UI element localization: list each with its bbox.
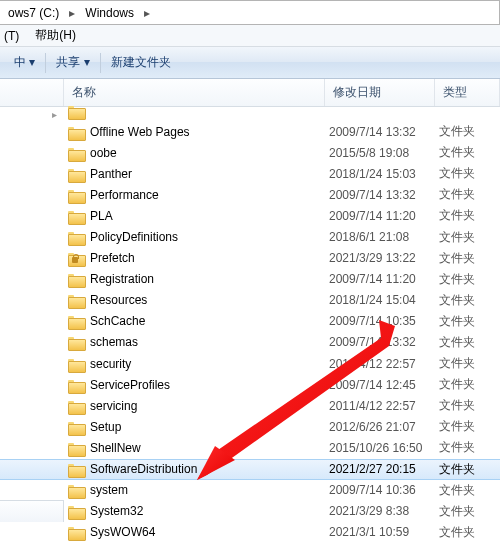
folder-row[interactable]: Registration2009/7/14 11:20文件夹 xyxy=(0,269,500,290)
menu-help[interactable]: 帮助(H) xyxy=(35,27,76,44)
tree-expand-icon[interactable]: ▸ xyxy=(48,109,60,120)
date-modified: 2009/7/14 10:36 xyxy=(325,483,435,497)
folder-name-cell[interactable]: ServiceProfiles xyxy=(64,378,325,392)
folder-row[interactable]: oobe2015/5/8 19:08文件夹 xyxy=(0,142,500,163)
include-in-library-button[interactable]: 中 ▾ xyxy=(6,50,43,75)
column-headers: 名称 修改日期 类型 xyxy=(0,79,500,107)
date-modified: 2021/3/29 13:22 xyxy=(325,251,435,265)
folder-name-cell[interactable]: ShellNew xyxy=(64,441,325,455)
folder-row[interactable]: PLA2009/7/14 11:20文件夹 xyxy=(0,205,500,226)
folder-row[interactable]: Offline Web Pages2009/7/14 13:32文件夹 xyxy=(0,121,500,142)
folder-row[interactable]: ShellNew2015/10/26 16:50文件夹 xyxy=(0,437,500,458)
folder-icon xyxy=(68,125,84,139)
column-name[interactable]: 名称 xyxy=(64,79,325,106)
date-modified: 2009/7/14 10:35 xyxy=(325,314,435,328)
folder-row[interactable]: PolicyDefinitions2018/6/1 21:08文件夹 xyxy=(0,226,500,247)
item-type: 文件夹 xyxy=(435,271,500,288)
folder-name-cell[interactable]: Prefetch xyxy=(64,251,325,265)
chevron-right-icon[interactable]: ▸ xyxy=(65,4,79,22)
item-type: 文件夹 xyxy=(435,503,500,520)
item-type: 文件夹 xyxy=(435,229,500,246)
folder-row[interactable]: ▸ xyxy=(0,107,500,121)
folder-row[interactable]: Performance2009/7/14 13:32文件夹 xyxy=(0,184,500,205)
folder-name-cell[interactable]: PolicyDefinitions xyxy=(64,230,325,244)
folder-name: ShellNew xyxy=(90,441,141,455)
date-modified: 2015/10/26 16:50 xyxy=(325,441,435,455)
folder-icon xyxy=(68,483,84,497)
folder-row[interactable]: Prefetch2021/3/29 13:22文件夹 xyxy=(0,248,500,269)
date-modified: 2009/7/14 13:32 xyxy=(325,335,435,349)
folder-name: Performance xyxy=(90,188,159,202)
folder-name-cell[interactable]: Offline Web Pages xyxy=(64,125,325,139)
folder-name: system xyxy=(90,483,128,497)
item-type: 文件夹 xyxy=(435,355,500,372)
folder-name-cell[interactable]: security xyxy=(64,357,325,371)
folder-name: Offline Web Pages xyxy=(90,125,190,139)
folder-row[interactable]: Resources2018/1/24 15:04文件夹 xyxy=(0,290,500,311)
folder-locked-icon xyxy=(68,251,84,265)
folder-name: ServiceProfiles xyxy=(90,378,170,392)
item-type: 文件夹 xyxy=(435,186,500,203)
date-modified: 2009/7/14 12:45 xyxy=(325,378,435,392)
date-modified: 2018/1/24 15:04 xyxy=(325,293,435,307)
folder-name-cell[interactable]: schemas xyxy=(64,335,325,349)
folder-name-cell[interactable]: system xyxy=(64,483,325,497)
folder-name: schemas xyxy=(90,335,138,349)
folder-row[interactable]: security2011/4/12 22:57文件夹 xyxy=(0,353,500,374)
breadcrumb[interactable]: ows7 (C:) ▸ Windows ▸ xyxy=(0,0,500,25)
folder-row-selected[interactable]: SoftwareDistribution2021/2/27 20:15文件夹 xyxy=(0,459,500,480)
separator xyxy=(45,53,46,73)
folder-name-cell[interactable]: System32 xyxy=(64,504,325,518)
breadcrumb-seg-windows[interactable]: Windows xyxy=(79,4,140,22)
tree-panel-edge xyxy=(0,500,64,522)
folder-icon xyxy=(68,504,84,518)
column-date[interactable]: 修改日期 xyxy=(325,79,435,106)
chevron-right-icon[interactable]: ▸ xyxy=(140,4,154,22)
folder-name: Panther xyxy=(90,167,132,181)
share-button[interactable]: 共享 ▾ xyxy=(48,50,97,75)
folder-name: PLA xyxy=(90,209,113,223)
folder-name-cell[interactable]: oobe xyxy=(64,146,325,160)
folder-row[interactable]: schemas2009/7/14 13:32文件夹 xyxy=(0,332,500,353)
folder-icon xyxy=(68,335,84,349)
date-modified: 2009/7/14 13:32 xyxy=(325,188,435,202)
folder-name-cell[interactable]: SoftwareDistribution xyxy=(64,462,325,476)
folder-row[interactable]: ServiceProfiles2009/7/14 12:45文件夹 xyxy=(0,374,500,395)
folder-name-cell[interactable]: Registration xyxy=(64,272,325,286)
folder-row[interactable]: Panther2018/1/24 15:03文件夹 xyxy=(0,163,500,184)
file-list: ▸Offline Web Pages2009/7/14 13:32文件夹oobe… xyxy=(0,107,500,543)
folder-name-cell[interactable] xyxy=(64,110,325,118)
folder-name-cell[interactable]: servicing xyxy=(64,399,325,413)
folder-icon xyxy=(68,293,84,307)
folder-row[interactable]: SchCache2009/7/14 10:35文件夹 xyxy=(0,311,500,332)
column-type[interactable]: 类型 xyxy=(435,79,500,106)
folder-name-cell[interactable]: Resources xyxy=(64,293,325,307)
folder-name: Prefetch xyxy=(90,251,135,265)
folder-name-cell[interactable]: PLA xyxy=(64,209,325,223)
date-modified: 2011/4/12 22:57 xyxy=(325,357,435,371)
folder-row[interactable]: system2009/7/14 10:36文件夹 xyxy=(0,480,500,501)
folder-name-cell[interactable]: SchCache xyxy=(64,314,325,328)
date-modified: 2018/6/1 21:08 xyxy=(325,230,435,244)
folder-row[interactable]: SysWOW642021/3/1 10:59文件夹 xyxy=(0,522,500,543)
separator xyxy=(100,53,101,73)
date-modified: 2012/6/26 21:07 xyxy=(325,420,435,434)
folder-name-cell[interactable]: Performance xyxy=(64,188,325,202)
folder-icon xyxy=(68,420,84,434)
item-type: 文件夹 xyxy=(435,313,500,330)
breadcrumb-seg-drive[interactable]: ows7 (C:) xyxy=(2,4,65,22)
folder-row[interactable]: servicing2011/4/12 22:57文件夹 xyxy=(0,395,500,416)
item-type: 文件夹 xyxy=(435,482,500,499)
folder-name-cell[interactable]: Setup xyxy=(64,420,325,434)
date-modified: 2011/4/12 22:57 xyxy=(325,399,435,413)
folder-name-cell[interactable]: Panther xyxy=(64,167,325,181)
folder-row[interactable]: Setup2012/6/26 21:07文件夹 xyxy=(0,416,500,437)
folder-icon xyxy=(68,462,84,476)
folder-name-cell[interactable]: SysWOW64 xyxy=(64,525,325,539)
item-type: 文件夹 xyxy=(435,524,500,541)
item-type: 文件夹 xyxy=(435,376,500,393)
new-folder-button[interactable]: 新建文件夹 xyxy=(103,50,179,75)
folder-icon xyxy=(68,188,84,202)
menu-edit[interactable]: (T) xyxy=(4,29,19,43)
folder-row[interactable]: System322021/3/29 8:38文件夹 xyxy=(0,501,500,522)
